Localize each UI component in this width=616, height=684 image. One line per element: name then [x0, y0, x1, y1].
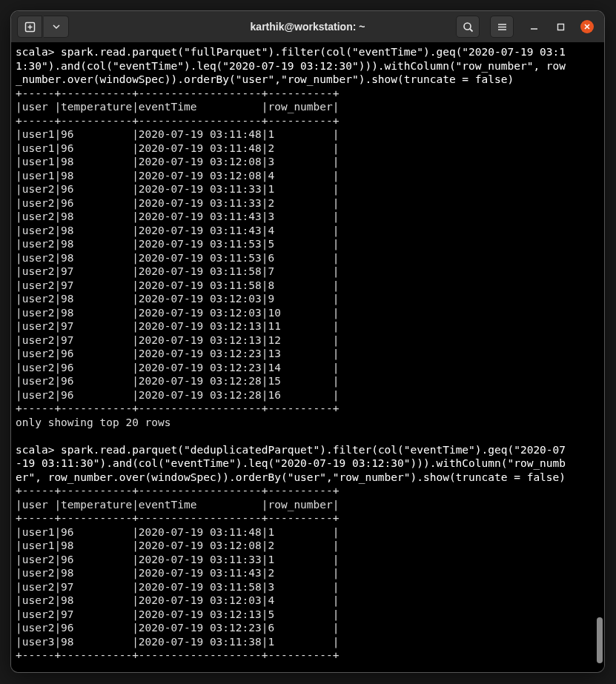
- table-row: |user1|96 |2020-07-19 03:11:48|1 |: [16, 525, 600, 539]
- table-sep: +-----+-----------+-------------------+-…: [16, 511, 600, 525]
- svg-rect-9: [557, 24, 563, 30]
- titlebar-left-group: [17, 16, 69, 38]
- hamburger-icon: [497, 21, 508, 33]
- blank-line: [16, 429, 600, 443]
- table-row: |user2|97 |2020-07-19 03:11:58|8 |: [16, 279, 600, 293]
- table-sep: +-----+-----------+-------------------+-…: [16, 484, 600, 498]
- command-1-line-3: _number.over(windowSpec)).orderBy("user"…: [16, 73, 600, 87]
- svg-point-3: [464, 23, 471, 30]
- command-2-line-1: spark.read.parquet("deduplicatedParquet"…: [54, 444, 566, 456]
- table-sep: +-----+-----------+-------------------+-…: [16, 114, 600, 128]
- table-row: |user2|96 |2020-07-19 03:12:28|15 |: [16, 374, 600, 388]
- table-row: |user2|98 |2020-07-19 03:11:53|6 |: [16, 251, 600, 265]
- table-row: |user2|96 |2020-07-19 03:12:23|14 |: [16, 361, 600, 375]
- command-2-line-2: -19 03:11:30").and(col("eventTime").leq(…: [16, 456, 600, 471]
- command-1-line-2: 1:30").and(col("eventTime").leq("2020-07…: [16, 59, 600, 73]
- table-row: |user1|96 |2020-07-19 03:11:48|2 |: [16, 142, 600, 156]
- new-tab-button[interactable]: [17, 16, 42, 38]
- svg-line-4: [470, 29, 473, 32]
- chevron-down-icon: [53, 23, 60, 30]
- new-tab-icon: [24, 21, 36, 33]
- menu-button[interactable]: [490, 16, 514, 38]
- maximize-icon: [557, 23, 565, 31]
- window-controls: [527, 20, 594, 33]
- table-header: |user |temperature|eventTime |row_number…: [16, 498, 600, 512]
- table-row: |user2|96 |2020-07-19 03:12:28|16 |: [16, 388, 600, 402]
- tab-dropdown-button[interactable]: [44, 16, 69, 38]
- scala-prompt: scala>: [16, 46, 54, 58]
- table-row: |user2|98 |2020-07-19 03:11:43|3 |: [16, 210, 600, 224]
- table-row: |user2|97 |2020-07-19 03:11:58|7 |: [16, 265, 600, 279]
- table-row: |user2|98 |2020-07-19 03:12:03|10 |: [16, 306, 600, 320]
- table-row: |user2|96 |2020-07-19 03:11:33|2 |: [16, 196, 600, 210]
- minimize-icon: [530, 23, 538, 31]
- table-sep: +-----+-----------+-------------------+-…: [16, 648, 600, 663]
- minimize-button[interactable]: [527, 20, 540, 33]
- close-icon: [583, 23, 591, 30]
- table-row: |user2|96 |2020-07-19 03:12:23|6 |: [16, 621, 600, 635]
- table-row: |user1|98 |2020-07-19 03:12:08|3 |: [16, 155, 600, 169]
- titlebar-right-group: [456, 16, 598, 38]
- scala-prompt: scala>: [16, 444, 54, 456]
- search-icon: [463, 21, 474, 33]
- table-sep: +-----+-----------+-------------------+-…: [16, 402, 600, 416]
- table-row: |user2|98 |2020-07-19 03:11:53|5 |: [16, 237, 600, 251]
- terminal-body[interactable]: scala> spark.read.parquet("fullParquet")…: [11, 42, 604, 672]
- table-row: |user2|96 |2020-07-19 03:11:33|1 |: [16, 553, 600, 567]
- titlebar: karthik@workstation: ~: [11, 11, 604, 42]
- table-row: |user2|97 |2020-07-19 03:12:13|11 |: [16, 319, 600, 333]
- terminal-window: karthik@workstation: ~ scala> spark.r: [11, 11, 604, 672]
- table-row: |user2|97 |2020-07-19 03:12:13|12 |: [16, 333, 600, 348]
- command-1-line-1: spark.read.parquet("fullParquet").filter…: [54, 46, 566, 58]
- table-row: |user1|98 |2020-07-19 03:12:08|4 |: [16, 169, 600, 183]
- command-2-line-3: er", row_number.over(windowSpec)).orderB…: [16, 471, 600, 485]
- table-header: |user |temperature|eventTime |row_number…: [16, 100, 600, 114]
- table-row: |user2|96 |2020-07-19 03:11:33|1 |: [16, 182, 600, 196]
- close-button[interactable]: [580, 20, 594, 33]
- table-row: |user1|96 |2020-07-19 03:11:48|1 |: [16, 127, 600, 142]
- table-row: |user2|98 |2020-07-19 03:12:03|9 |: [16, 292, 600, 306]
- table-row: |user2|97 |2020-07-19 03:12:13|5 |: [16, 608, 600, 622]
- table-row: |user2|98 |2020-07-19 03:11:43|2 |: [16, 566, 600, 580]
- table-row: |user2|98 |2020-07-19 03:11:43|4 |: [16, 224, 600, 238]
- table-sep: +-----+-----------+-------------------+-…: [16, 87, 600, 101]
- table-row: |user2|96 |2020-07-19 03:12:23|13 |: [16, 347, 600, 361]
- table-row: |user1|98 |2020-07-19 03:12:08|2 |: [16, 539, 600, 553]
- table-row: |user2|98 |2020-07-19 03:12:03|4 |: [16, 594, 600, 608]
- table-row: |user3|98 |2020-07-19 03:11:38|1 |: [16, 635, 600, 649]
- search-button[interactable]: [456, 16, 480, 38]
- maximize-button[interactable]: [554, 20, 567, 33]
- truncate-msg: only showing top 20 rows: [16, 416, 600, 430]
- table-row: |user2|97 |2020-07-19 03:11:58|3 |: [16, 580, 600, 594]
- scrollbar-thumb[interactable]: [597, 617, 603, 663]
